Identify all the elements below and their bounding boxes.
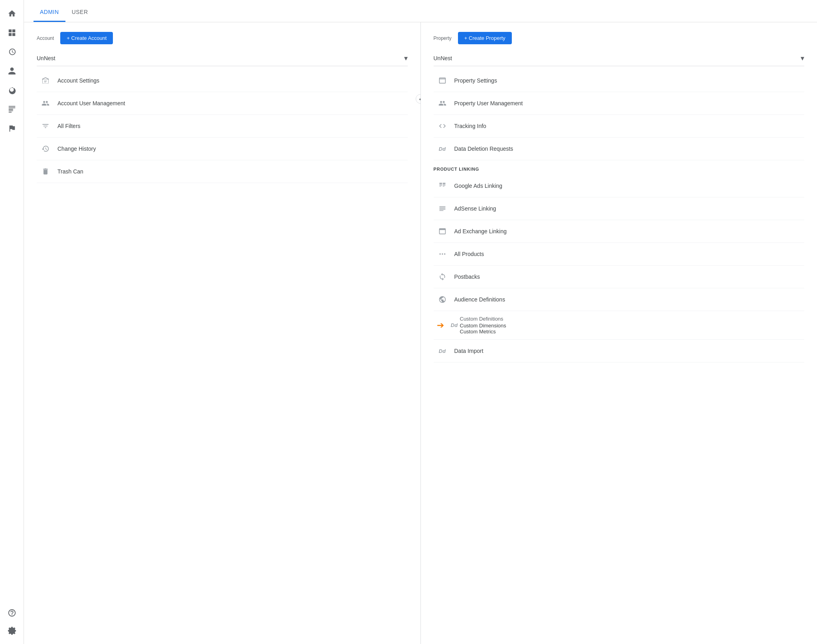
property-user-mgmt-label: Property User Management bbox=[454, 100, 523, 106]
flag-icon[interactable] bbox=[3, 120, 21, 137]
dashboard-icon[interactable] bbox=[3, 24, 21, 41]
tracking-info-item[interactable]: Tracking Info bbox=[434, 115, 805, 138]
top-nav: ADMIN USER bbox=[24, 0, 817, 22]
ad-exchange-item[interactable]: Ad Exchange Linking bbox=[434, 220, 805, 243]
ad-exchange-icon bbox=[437, 226, 448, 237]
adsense-icon bbox=[437, 203, 448, 214]
goals-icon[interactable] bbox=[3, 81, 21, 99]
home-icon[interactable] bbox=[3, 5, 21, 22]
property-dropdown[interactable]: UnNest ▾ bbox=[434, 51, 805, 66]
data-deletion-item[interactable]: Dd Data Deletion Requests bbox=[434, 138, 805, 160]
svg-point-0 bbox=[439, 253, 440, 254]
tracking-info-label: Tracking Info bbox=[454, 123, 486, 129]
all-filters-label: All Filters bbox=[57, 123, 81, 129]
create-property-button[interactable]: + Create Property bbox=[458, 32, 512, 44]
settings-icon[interactable] bbox=[3, 622, 21, 639]
custom-defs-label: Custom Definitions bbox=[460, 316, 506, 322]
all-products-item[interactable]: All Products bbox=[434, 243, 805, 266]
window-icon bbox=[437, 75, 448, 86]
svg-point-2 bbox=[444, 253, 445, 254]
adsense-label: AdSense Linking bbox=[454, 205, 496, 212]
all-products-label: All Products bbox=[454, 251, 484, 257]
account-settings-item[interactable]: Account Settings bbox=[37, 69, 408, 92]
dd-icon: Dd bbox=[437, 143, 448, 154]
adsense-item[interactable]: AdSense Linking bbox=[434, 197, 805, 220]
create-account-button[interactable]: + Create Account bbox=[60, 32, 113, 44]
property-user-mgmt-item[interactable]: Property User Management bbox=[434, 92, 805, 115]
data-import-label: Data Import bbox=[454, 348, 483, 354]
data-deletion-label: Data Deletion Requests bbox=[454, 146, 513, 152]
property-settings-item[interactable]: Property Settings bbox=[434, 69, 805, 92]
filter-icon bbox=[40, 120, 51, 132]
ad-exchange-label: Ad Exchange Linking bbox=[454, 228, 507, 234]
trash-can-item[interactable]: Trash Can bbox=[37, 160, 408, 183]
postbacks-item[interactable]: Postbacks bbox=[434, 266, 805, 288]
building-icon bbox=[40, 75, 51, 86]
main-content: ADMIN USER Account + Create Account UnNe… bbox=[24, 0, 817, 644]
person-icon[interactable] bbox=[3, 62, 21, 80]
history-icon bbox=[40, 143, 51, 154]
postbacks-icon bbox=[437, 271, 448, 282]
account-user-mgmt-item[interactable]: Account User Management bbox=[37, 92, 408, 115]
trash-icon bbox=[40, 166, 51, 177]
account-column: Account + Create Account UnNest ▾ Accoun… bbox=[24, 22, 421, 644]
account-settings-label: Account Settings bbox=[57, 77, 99, 84]
content-area: Account + Create Account UnNest ▾ Accoun… bbox=[24, 22, 817, 644]
tab-user[interactable]: USER bbox=[65, 2, 95, 22]
property-dropdown-value: UnNest bbox=[434, 55, 452, 61]
divider-pin[interactable]: ● bbox=[416, 94, 421, 104]
account-dropdown-value: UnNest bbox=[37, 55, 55, 61]
account-label: Account bbox=[37, 35, 54, 41]
data-import-item[interactable]: Dd Data Import bbox=[434, 340, 805, 362]
property-dropdown-arrow: ▾ bbox=[801, 54, 804, 63]
account-dropdown[interactable]: UnNest ▾ bbox=[37, 51, 408, 66]
trash-can-label: Trash Can bbox=[57, 168, 83, 175]
account-column-header: Account + Create Account bbox=[37, 32, 408, 44]
custom-defs-item[interactable]: ➔ Dd Custom Definitions Custom Dimension… bbox=[434, 311, 805, 340]
property-label: Property bbox=[434, 35, 452, 41]
account-user-mgmt-label: Account User Management bbox=[57, 100, 125, 106]
audience-defs-icon bbox=[437, 294, 448, 305]
clock-icon[interactable] bbox=[3, 43, 21, 61]
property-users-icon bbox=[437, 98, 448, 109]
property-column-header: Property + Create Property bbox=[434, 32, 805, 44]
change-history-item[interactable]: Change History bbox=[37, 138, 408, 160]
property-column: Property + Create Property UnNest ▾ Prop… bbox=[421, 22, 817, 644]
help-icon[interactable] bbox=[3, 604, 21, 622]
property-settings-label: Property Settings bbox=[454, 77, 497, 84]
audience-defs-label: Audience Definitions bbox=[454, 296, 505, 303]
postbacks-label: Postbacks bbox=[454, 274, 480, 280]
code-icon bbox=[437, 120, 448, 132]
custom-dimensions-label: Custom Dimensions bbox=[460, 323, 506, 329]
account-dropdown-arrow: ▾ bbox=[404, 54, 408, 63]
users-icon bbox=[40, 98, 51, 109]
product-linking-label: PRODUCT LINKING bbox=[434, 160, 805, 175]
custom-metrics-label: Custom Metrics bbox=[460, 329, 506, 335]
custom-defs-icon: Dd bbox=[449, 320, 460, 331]
tab-admin[interactable]: ADMIN bbox=[34, 2, 65, 22]
sidebar bbox=[0, 0, 24, 644]
sidebar-bottom bbox=[3, 604, 21, 639]
svg-point-1 bbox=[442, 253, 443, 254]
audience-defs-item[interactable]: Audience Definitions bbox=[434, 288, 805, 311]
google-ads-item[interactable]: Google Ads Linking bbox=[434, 175, 805, 197]
google-ads-label: Google Ads Linking bbox=[454, 183, 503, 189]
data-import-icon: Dd bbox=[437, 345, 448, 356]
all-filters-item[interactable]: All Filters bbox=[37, 115, 408, 138]
change-history-label: Change History bbox=[57, 146, 96, 152]
all-products-icon bbox=[437, 248, 448, 260]
google-ads-icon bbox=[437, 180, 448, 191]
reports-icon[interactable] bbox=[3, 100, 21, 118]
